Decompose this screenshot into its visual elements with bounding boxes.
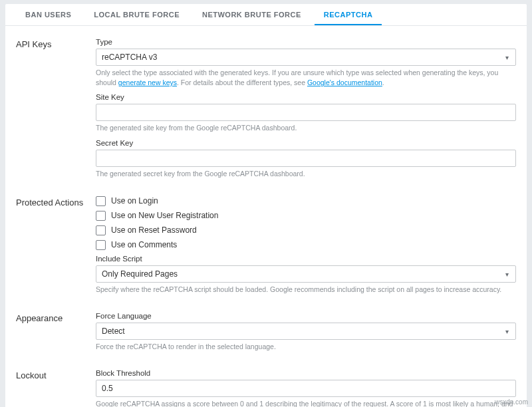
site-key-label: Site Key <box>96 93 516 101</box>
generate-new-keys-link[interactable]: generate new keys <box>118 78 177 86</box>
checkbox-label-registration: Use on New User Registration <box>111 211 218 220</box>
type-select[interactable]: reCAPTCHA v3 <box>96 49 516 66</box>
section-appearance: Appearance Force Language Detect Force t… <box>16 307 516 357</box>
section-title-appearance: Appearance <box>16 312 96 357</box>
type-helper: Only select the type associated with the… <box>96 68 516 88</box>
tab-network-brute-force[interactable]: NETWORK BRUTE FORCE <box>193 4 311 25</box>
type-helper-text-3: . <box>382 78 384 86</box>
section-protected-actions: Protected Actions Use on Login Use on Ne… <box>16 191 516 300</box>
site-key-input[interactable] <box>96 104 516 121</box>
secret-key-input[interactable] <box>96 150 516 167</box>
force-language-select[interactable]: Detect <box>96 323 516 340</box>
tab-ban-users[interactable]: BAN USERS <box>16 4 80 25</box>
checkbox-use-on-registration[interactable]: Use on New User Registration <box>96 211 516 221</box>
checkbox-use-on-login[interactable]: Use on Login <box>96 196 516 206</box>
checkbox-label-comments: Use on Comments <box>111 240 177 249</box>
include-script-label: Include Script <box>96 255 516 263</box>
section-title-api-keys: API Keys <box>16 38 96 184</box>
type-helper-text-2: . For details about the different types,… <box>177 78 307 86</box>
section-api-keys: API Keys Type reCAPTCHA v3 Only select t… <box>16 33 516 184</box>
force-language-helper: Force the reCAPTCHA to render in the sel… <box>96 342 516 352</box>
force-language-label: Force Language <box>96 312 516 320</box>
include-script-helper: Specify where the reCAPTCHA script shoul… <box>96 285 516 295</box>
site-key-helper: The generated site key from the Google r… <box>96 123 516 133</box>
secret-key-helper: The generated secret key from the Google… <box>96 169 516 179</box>
google-docs-link[interactable]: Google's documentation <box>307 78 382 86</box>
section-title-lockout: Lockout <box>16 369 96 407</box>
watermark: wsxdn.com <box>495 398 528 406</box>
tab-local-brute-force[interactable]: LOCAL BRUTE FORCE <box>84 4 189 25</box>
checkbox-box-icon <box>96 211 106 221</box>
block-threshold-helper: Google reCAPTCHA assigns a score between… <box>96 399 516 407</box>
block-threshold-input[interactable]: 0.5 <box>96 380 516 397</box>
secret-key-label: Secret Key <box>96 139 516 147</box>
section-title-protected-actions: Protected Actions <box>16 196 96 300</box>
checkbox-label-reset-pw: Use on Reset Password <box>111 225 197 235</box>
section-lockout: Lockout Block Threshold 0.5 Google reCAP… <box>16 364 516 407</box>
checkbox-use-on-reset-password[interactable]: Use on Reset Password <box>96 225 516 235</box>
tab-recaptcha[interactable]: RECAPTCHA <box>315 4 382 25</box>
type-label: Type <box>96 38 516 46</box>
checkbox-box-icon <box>96 225 106 235</box>
checkbox-box-icon <box>96 196 106 206</box>
checkbox-label-login: Use on Login <box>111 196 158 205</box>
tab-bar: BAN USERS LOCAL BRUTE FORCE NETWORK BRUT… <box>5 4 527 26</box>
checkbox-box-icon <box>96 240 106 250</box>
include-script-select[interactable]: Only Required Pages <box>96 265 516 283</box>
checkbox-use-on-comments[interactable]: Use on Comments <box>96 240 516 250</box>
block-threshold-label: Block Threshold <box>96 369 516 377</box>
